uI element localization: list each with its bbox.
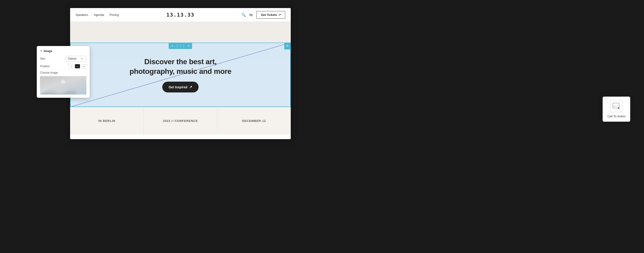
hero-title-line1: Discover the best art, <box>144 58 216 66</box>
block-close-icon[interactable]: × <box>187 44 190 48</box>
panel-skin-value: Classic <box>68 57 77 60</box>
panel-position-row: Position ⊣ — ⊢ <box>40 64 86 68</box>
top-section <box>70 22 291 43</box>
cta-icon-box <box>610 100 622 112</box>
corner-edit-icon: ✎ <box>286 44 289 48</box>
search-icon[interactable]: 🔍 <box>241 13 246 17</box>
cta-icon <box>612 103 620 110</box>
corner-edit-button[interactable]: ✎ <box>284 43 291 50</box>
hero-title-line2: photography, music and more <box>130 67 232 75</box>
nav-link-agenda[interactable]: Agenda <box>94 13 104 17</box>
panel-title: Image <box>44 49 52 53</box>
hero-cta-button[interactable]: Get Inspired ↗ <box>162 82 199 92</box>
panel-collapse-arrow[interactable]: ▼ <box>40 50 42 52</box>
cart-icon[interactable]: 🛍 <box>249 13 253 17</box>
choose-image-label: Choose Image <box>40 71 86 74</box>
cta-label: Call To Action <box>608 115 626 118</box>
panel-skin-dropdown[interactable]: Classic ▾ <box>66 56 86 61</box>
info-cell-conference: 2022 // CONFERENCE <box>144 107 217 135</box>
info-strip: IN BERLIN 2022 // CONFERENCE DECEMBER 12 <box>70 107 291 135</box>
hero-section: ✎ Discover the best art, photography, mu… <box>70 43 291 107</box>
navbar-icons: 🔍 🛍 <box>241 13 253 17</box>
panel-dropdown-arrow: ▾ <box>81 58 82 60</box>
svg-point-2 <box>614 106 615 107</box>
navbar: Speakers Agenda Pricing 13.13.33 🔍 🛍 Get… <box>70 8 291 22</box>
get-tickets-arrow: ↗ <box>278 13 281 17</box>
block-controls[interactable]: + ⋮⋮⋮ × <box>169 43 192 49</box>
hero-text: Discover the best art, photography, musi… <box>130 57 232 76</box>
image-panel: ▼ Image Skin Classic ▾ Position ⊣ — ⊢ Ch… <box>37 46 90 98</box>
block-grid-icon[interactable]: ⋮⋮⋮ <box>175 44 186 48</box>
navbar-right: 🔍 🛍 Get Tickets ↗ <box>241 11 285 19</box>
navbar-left: Speakers Agenda Pricing <box>76 13 119 17</box>
get-tickets-button[interactable]: Get Tickets ↗ <box>256 11 285 19</box>
position-right-icon[interactable]: ⊢ <box>81 64 86 68</box>
hero-cta-label: Get Inspired <box>169 85 188 89</box>
editor-window: Speakers Agenda Pricing 13.13.33 🔍 🛍 Get… <box>70 8 291 139</box>
image-placeholder[interactable] <box>40 76 86 95</box>
panel-skin-label: Skin <box>40 57 45 60</box>
panel-position-icons: ⊣ — ⊢ <box>68 64 86 68</box>
cta-tooltip: Call To Action <box>603 97 630 122</box>
panel-header: ▼ Image <box>40 49 86 53</box>
get-tickets-label: Get Tickets <box>261 13 277 17</box>
navbar-logo: 13.13.33 <box>166 12 194 18</box>
nav-link-speakers[interactable]: Speakers <box>76 13 88 17</box>
info-cell-berlin: IN BERLIN <box>70 107 144 135</box>
position-center-icon[interactable]: — <box>75 64 80 68</box>
block-add-icon[interactable]: + <box>170 44 174 48</box>
hero-cta-arrow: ↗ <box>189 85 192 89</box>
panel-skin-row: Skin Classic ▾ <box>40 56 86 61</box>
nav-link-pricing[interactable]: Pricing <box>110 13 119 17</box>
placeholder-hills <box>40 85 77 95</box>
position-left-icon[interactable]: ⊣ <box>68 64 74 68</box>
placeholder-sun <box>61 80 65 84</box>
hero-title: Discover the best art, photography, musi… <box>130 57 232 76</box>
panel-position-label: Position <box>40 65 50 68</box>
info-cell-date: DECEMBER 12 <box>218 107 291 135</box>
